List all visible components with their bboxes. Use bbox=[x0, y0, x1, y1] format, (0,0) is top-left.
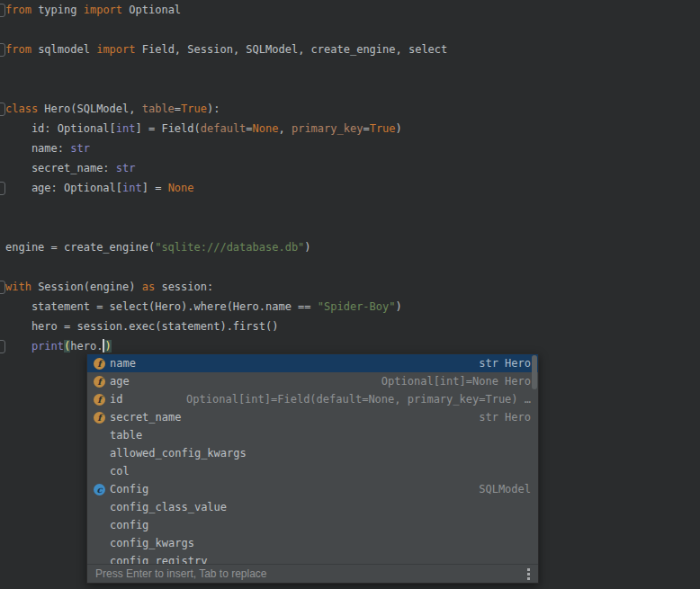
more-options-icon[interactable] bbox=[527, 568, 530, 580]
code-token: import bbox=[96, 43, 135, 56]
code-token: age: Optional[ bbox=[5, 182, 122, 194]
completion-item-type: str Hero bbox=[136, 354, 531, 372]
code-line[interactable]: hero = session.exec(statement).first() bbox=[0, 317, 700, 336]
completion-item-label: age bbox=[110, 372, 130, 390]
field-icon: f bbox=[94, 394, 105, 406]
code-token: ] = Field( bbox=[136, 122, 201, 135]
code-token: . bbox=[96, 340, 103, 353]
code-lines: from typing import Optionalfrom sqlmodel… bbox=[0, 0, 700, 356]
completion-item-type: SQLModel bbox=[148, 480, 531, 498]
code-token: sqlmodel bbox=[31, 43, 96, 56]
code-token: Field, Session, SQLModel, create_engine,… bbox=[136, 43, 448, 56]
completion-item[interactable]: fageOptional[int]=None Hero bbox=[87, 372, 538, 390]
code-token: import bbox=[84, 4, 122, 16]
code-token: ] = bbox=[142, 182, 168, 194]
code-token: None bbox=[253, 122, 279, 135]
completion-footer: Press Enter to insert, Tab to replace bbox=[87, 564, 538, 583]
code-token: Optional bbox=[122, 4, 181, 16]
completion-item[interactable]: cConfigSQLModel bbox=[87, 480, 538, 498]
code-token: primary_key bbox=[292, 122, 363, 135]
gutter-icon[interactable] bbox=[0, 182, 5, 195]
completion-item[interactable]: config_class_value bbox=[87, 498, 538, 516]
code-line[interactable]: from typing import Optional bbox=[0, 0, 700, 20]
gutter-icon[interactable] bbox=[0, 4, 5, 17]
code-line[interactable]: age: Optional[int] = None bbox=[0, 178, 700, 198]
code-token: ) bbox=[396, 122, 402, 135]
code-token: Hero(SQLModel, bbox=[38, 103, 142, 115]
code-line[interactable]: with Session(engine) as session: bbox=[0, 277, 700, 297]
code-token: = bbox=[246, 122, 252, 135]
code-line[interactable] bbox=[0, 20, 700, 40]
code-line[interactable]: statement = select(Hero).where(Hero.name… bbox=[0, 297, 700, 317]
code-token: engine = create_engine( bbox=[5, 241, 155, 254]
code-token: print bbox=[31, 340, 64, 353]
completion-list: fnamestr HerofageOptional[int]=None Hero… bbox=[87, 354, 538, 564]
code-line[interactable]: name: str bbox=[0, 138, 700, 158]
completion-item-label: config_class_value bbox=[110, 498, 227, 516]
code-line[interactable] bbox=[0, 198, 700, 218]
gutter-icon[interactable] bbox=[0, 43, 5, 57]
code-token: None bbox=[168, 182, 194, 194]
code-token: = bbox=[175, 103, 181, 115]
code-line[interactable] bbox=[0, 257, 700, 277]
code-token: "sqlite:///database.db" bbox=[155, 241, 304, 254]
code-token: int bbox=[116, 122, 136, 135]
code-token: as bbox=[142, 281, 155, 293]
code-line[interactable]: secret_name: str bbox=[0, 158, 700, 178]
completion-item[interactable]: allowed_config_kwargs bbox=[87, 444, 538, 462]
completion-item-type: Optional[int]=None Hero bbox=[130, 372, 531, 390]
completion-popup: fnamestr HerofageOptional[int]=None Hero… bbox=[86, 353, 539, 584]
code-line[interactable]: engine = create_engine("sqlite:///databa… bbox=[0, 237, 700, 257]
completion-item-type: str Hero bbox=[181, 408, 531, 426]
code-token: , bbox=[278, 122, 291, 135]
popup-scrollbar-thumb[interactable] bbox=[532, 355, 537, 389]
code-line[interactable] bbox=[0, 218, 700, 237]
class-icon: c bbox=[94, 484, 105, 495]
code-token: typing bbox=[31, 4, 84, 16]
code-token: name: bbox=[5, 142, 70, 155]
gutter-icon[interactable] bbox=[0, 340, 5, 353]
completion-item-label: Config bbox=[110, 480, 148, 498]
code-token: "Spider-Boy" bbox=[318, 300, 396, 313]
gutter-icon[interactable] bbox=[0, 281, 5, 294]
completion-item-label: table bbox=[110, 426, 142, 444]
code-token: default bbox=[201, 122, 247, 135]
code-token: True bbox=[181, 103, 207, 115]
code-line[interactable]: id: Optional[int] = Field(default=None, … bbox=[0, 119, 700, 138]
completion-item-type: Optional[int]=Field(default=None, primar… bbox=[122, 390, 531, 408]
code-token: table bbox=[142, 103, 175, 115]
completion-item[interactable]: config_registry bbox=[87, 552, 538, 564]
code-token: id: Optional[ bbox=[5, 122, 116, 135]
completion-item-label: config_kwargs bbox=[110, 534, 194, 552]
completion-item[interactable]: table bbox=[87, 426, 538, 444]
code-token: int bbox=[122, 182, 142, 194]
code-token: = bbox=[363, 122, 369, 135]
code-line[interactable] bbox=[0, 79, 700, 99]
code-token: ) bbox=[304, 241, 310, 254]
code-token: str bbox=[116, 162, 136, 174]
completion-item[interactable]: config_kwargs bbox=[87, 534, 538, 552]
code-token bbox=[5, 340, 31, 353]
code-token: with bbox=[5, 281, 31, 293]
code-token: Session(engine) bbox=[31, 281, 142, 293]
completion-item-label: secret_name bbox=[110, 408, 181, 426]
code-line[interactable]: from sqlmodel import Field, Session, SQL… bbox=[0, 40, 700, 59]
code-token: True bbox=[370, 122, 396, 135]
completion-item[interactable]: fsecret_namestr Hero bbox=[87, 408, 538, 426]
completion-hint: Press Enter to insert, Tab to replace bbox=[95, 567, 267, 580]
code-token: class bbox=[5, 103, 38, 115]
completion-item[interactable]: col bbox=[87, 462, 538, 480]
completion-item[interactable]: fnamestr Hero bbox=[87, 354, 538, 372]
completion-item-label: name bbox=[110, 354, 136, 372]
completion-item[interactable]: config bbox=[87, 516, 538, 534]
code-token: ) bbox=[104, 340, 111, 353]
completion-item[interactable]: fidOptional[int]=Field(default=None, pri… bbox=[87, 390, 538, 408]
code-token: from bbox=[5, 4, 31, 16]
completion-item-label: config bbox=[110, 516, 148, 534]
code-line[interactable]: class Hero(SQLModel, table=True): bbox=[0, 99, 700, 119]
field-icon: f bbox=[94, 412, 105, 424]
gutter-icon[interactable] bbox=[0, 103, 5, 116]
code-token: ) bbox=[395, 300, 401, 313]
code-line[interactable] bbox=[0, 59, 700, 79]
completion-item-label: allowed_config_kwargs bbox=[110, 444, 247, 462]
